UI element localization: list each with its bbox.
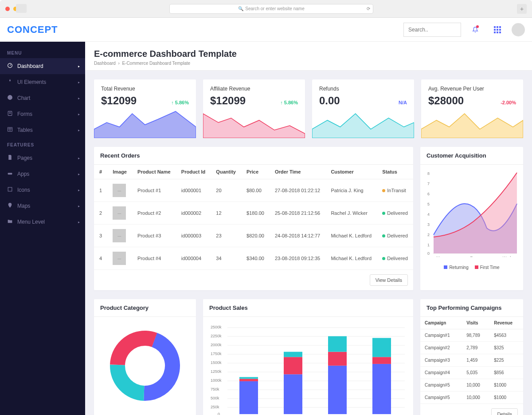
table-row[interactable]: Campaign#510,000$1000 bbox=[420, 391, 523, 404]
table-row[interactable]: 3 — Product #3id000003 23$820.00 24-08-2… bbox=[94, 225, 413, 247]
sidebar-item-pages[interactable]: Pages▸ bbox=[0, 150, 85, 166]
bar-segment bbox=[284, 357, 302, 374]
sidebar-item-tables[interactable]: Tables▸ bbox=[0, 122, 85, 138]
sidebar-section-features: FEATURES bbox=[0, 138, 85, 150]
grid-icon bbox=[494, 26, 501, 33]
chevron-right-icon: ▸ bbox=[78, 112, 80, 116]
product-thumbnail: — bbox=[113, 252, 126, 265]
metric-label: Avg. Revenue Per User bbox=[428, 86, 516, 92]
svg-text:750k: 750k bbox=[211, 387, 219, 391]
svg-text:8: 8 bbox=[427, 171, 430, 176]
address-bar[interactable]: 🔍 Search or enter website name ⟳ bbox=[169, 4, 373, 14]
car-icon bbox=[7, 170, 17, 178]
table-row[interactable]: 4 — Product #4id000004 34$340.00 23-08-2… bbox=[94, 247, 413, 270]
sidebar-item-label: Dashboard bbox=[17, 63, 43, 69]
metric-label: Total Revenue bbox=[101, 86, 189, 92]
metric-delta: ↑ 5.86% bbox=[171, 100, 189, 105]
svg-text:4: 4 bbox=[427, 212, 430, 217]
orders-col: Price bbox=[241, 165, 270, 179]
metric-delta: N/A bbox=[399, 100, 407, 105]
sidebar-item-chart[interactable]: Chart▸ bbox=[0, 90, 85, 106]
apps-grid-button[interactable] bbox=[489, 22, 505, 38]
campaigns-table: CampaignVisitsRevenue Campaign#198,789$4… bbox=[420, 317, 523, 404]
view-details-button[interactable]: View Details bbox=[370, 274, 408, 286]
svg-text:0: 0 bbox=[218, 412, 220, 415]
svg-text:250k: 250k bbox=[211, 405, 219, 409]
sidebar-item-icons[interactable]: Icons▸ bbox=[0, 182, 85, 198]
metric-card-2: Refunds 0.00 N/A bbox=[312, 79, 414, 138]
notification-dot bbox=[476, 25, 479, 28]
svg-text:Mon: Mon bbox=[436, 256, 444, 257]
svg-text:500k: 500k bbox=[211, 396, 219, 400]
bar-segment bbox=[239, 379, 258, 381]
campaigns-col: Campaign bbox=[420, 317, 462, 329]
metric-label: Affiliate Revenue bbox=[210, 86, 298, 92]
metric-delta: ↑ 5.86% bbox=[280, 100, 298, 105]
browser-chrome: 🔍 Search or enter website name ⟳ + bbox=[0, 0, 532, 18]
sidebar-item-maps[interactable]: Maps▸ bbox=[0, 198, 85, 214]
table-row[interactable]: Campaign#510,000$1000 bbox=[420, 379, 523, 391]
sidebar-item-label: Chart bbox=[17, 95, 30, 101]
notifications-button[interactable] bbox=[467, 22, 483, 38]
bar-segment bbox=[284, 374, 302, 414]
sidebar-item-label: Maps bbox=[17, 203, 30, 209]
privacy-shield-icon[interactable] bbox=[16, 4, 27, 13]
file-icon bbox=[7, 154, 17, 162]
pie-icon bbox=[7, 95, 17, 102]
svg-text:Wed: Wed bbox=[503, 256, 511, 257]
metric-delta: -2.00% bbox=[501, 100, 516, 105]
search-input[interactable] bbox=[403, 23, 461, 37]
chevron-right-icon: ▸ bbox=[78, 220, 80, 224]
bar-segment bbox=[328, 336, 347, 352]
topbar: CONCEPT bbox=[0, 18, 532, 42]
bar-segment bbox=[284, 352, 302, 357]
sidebar-item-ui-elements[interactable]: UI Elements▸ bbox=[0, 74, 85, 90]
new-tab-button[interactable]: + bbox=[517, 4, 527, 14]
campaigns-details-button[interactable]: Details bbox=[491, 408, 518, 415]
metric-card-1: Affiliate Revenue $12099 ↑ 5.86% bbox=[203, 79, 305, 138]
table-icon bbox=[7, 126, 17, 134]
sidebar-item-label: Forms bbox=[17, 111, 32, 117]
svg-rect-7 bbox=[8, 173, 12, 174]
sidebar-item-menu-level[interactable]: Menu Level▸ bbox=[0, 214, 85, 230]
window-close-dot[interactable] bbox=[5, 7, 10, 11]
sales-bar-chart: 2500k2250k2000k1750k 1500k1250k1000k750k… bbox=[210, 323, 406, 415]
bar-segment bbox=[239, 377, 258, 379]
breadcrumb-root[interactable]: Dashboard bbox=[94, 61, 116, 66]
sidebar-item-dashboard[interactable]: Dashboard▸ bbox=[0, 58, 85, 74]
table-row[interactable]: Campaign#45,035$856 bbox=[420, 367, 523, 379]
form-icon bbox=[7, 111, 17, 118]
sidebar-item-apps[interactable]: Apps▸ bbox=[0, 166, 85, 182]
sidebar: MENU Dashboard▸UI Elements▸Chart▸Forms▸T… bbox=[0, 42, 85, 415]
table-row[interactable]: Campaign#22,789$325 bbox=[420, 342, 523, 354]
chevron-right-icon: ▸ bbox=[78, 204, 80, 208]
orders-col: Quantity bbox=[211, 165, 241, 179]
table-row[interactable]: Campaign#198,789$4563 bbox=[420, 329, 523, 342]
svg-text:1000k: 1000k bbox=[211, 378, 222, 383]
table-row[interactable]: 2 — Product #2id000002 12$180.00 25-08-2… bbox=[94, 202, 413, 225]
acquisition-title: Customer Acquisition bbox=[420, 147, 523, 165]
svg-text:7: 7 bbox=[427, 182, 430, 186]
bar-segment bbox=[328, 366, 347, 414]
orders-col: Product Id bbox=[176, 165, 211, 179]
table-row[interactable]: Campaign#31,459$225 bbox=[420, 354, 523, 367]
product-thumbnail: — bbox=[113, 206, 126, 220]
sparkline-chart bbox=[312, 107, 414, 138]
orders-col: Order Time bbox=[270, 165, 325, 179]
status-dot bbox=[382, 189, 385, 192]
sidebar-item-forms[interactable]: Forms▸ bbox=[0, 106, 85, 122]
sidebar-item-label: Menu Level bbox=[17, 219, 45, 225]
svg-text:1: 1 bbox=[427, 243, 430, 247]
rocket-icon bbox=[7, 79, 17, 86]
table-row[interactable]: 1 — Product #1id000001 20$80.00 27-08-20… bbox=[94, 179, 413, 202]
sparkline-chart bbox=[421, 107, 523, 138]
refresh-icon[interactable]: ⟳ bbox=[367, 6, 370, 11]
sidebar-section-menu: MENU bbox=[0, 46, 85, 58]
brand-logo[interactable]: CONCEPT bbox=[7, 24, 58, 36]
campaigns-col: Revenue bbox=[489, 317, 523, 329]
page-header: E-commerce Dashboard Template Dashboard … bbox=[85, 42, 532, 71]
user-avatar[interactable] bbox=[512, 23, 525, 36]
metric-label: Refunds bbox=[319, 86, 407, 92]
chevron-right-icon: ▸ bbox=[78, 96, 80, 100]
product-sales-panel: Product Sales 2500k2250k2000k1750k 1500k… bbox=[203, 299, 413, 415]
